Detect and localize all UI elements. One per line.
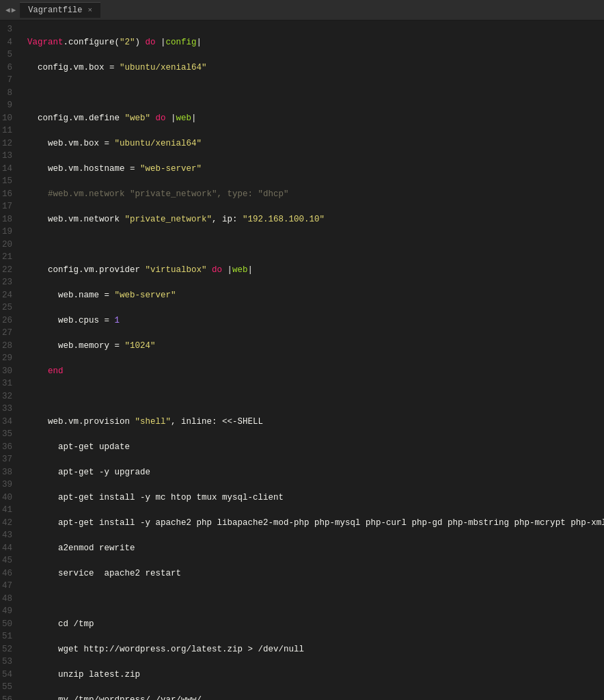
line-13: web.name = "web-server"	[27, 289, 604, 302]
line-11	[27, 239, 604, 252]
line-20: apt-get -y upgrade	[27, 466, 604, 479]
line-14: web.cpus = 1	[27, 314, 604, 327]
line-22: apt-get install -y apache2 php libapache…	[27, 517, 604, 530]
line-4: config.vm.box = "ubuntu/xenial64"	[27, 62, 604, 75]
line-27: wget http://wordpress.org/latest.zip > /…	[27, 643, 604, 656]
forward-arrow[interactable]: ▶	[12, 5, 16, 14]
line-17	[27, 390, 604, 403]
line-3: Vagrant.configure("2") do |config|	[27, 36, 604, 49]
line-18: web.vm.provision "shell", inline: <<-SHE…	[27, 416, 604, 429]
line-10: web.vm.network "private_network", ip: "1…	[27, 213, 604, 226]
line-12: config.vm.provider "virtualbox" do |web|	[27, 264, 604, 277]
line-23: a2enmod rewrite	[27, 542, 604, 555]
tab-close-button[interactable]: ×	[87, 6, 92, 14]
file-tab[interactable]: Vagrantfile ×	[20, 2, 100, 18]
line-7: web.vm.box = "ubuntu/xenial64"	[27, 137, 604, 150]
navigation-arrows[interactable]: ◀ ▶	[5, 5, 16, 14]
line-29: mv /tmp/wordpress/ /var/www/	[27, 694, 604, 701]
line-19: apt-get update	[27, 441, 604, 454]
line-6: config.vm.define "web" do |web|	[27, 112, 604, 125]
line-25	[27, 593, 604, 606]
back-arrow[interactable]: ◀	[5, 5, 10, 14]
code-content[interactable]: Vagrant.configure("2") do |config| confi…	[22, 21, 604, 700]
line-26: cd /tmp	[27, 618, 604, 631]
line-21: apt-get install -y mc htop tmux mysql-cl…	[27, 492, 604, 504]
line-8: web.vm.hostname = "web-server"	[27, 163, 604, 176]
titlebar: ◀ ▶ Vagrantfile ×	[0, 0, 604, 21]
line-5	[27, 87, 604, 100]
line-28: unzip latest.zip	[27, 669, 604, 682]
tab-filename: Vagrantfile	[28, 5, 82, 15]
line-numbers: 34567 89101112 1314151617 1819202122 232…	[0, 21, 22, 700]
line-9: #web.vm.network "private_network", type:…	[27, 188, 604, 201]
line-16: end	[27, 365, 604, 378]
editor: 34567 89101112 1314151617 1819202122 232…	[0, 21, 604, 700]
line-15: web.memory = "1024"	[27, 340, 604, 353]
line-24: service apache2 restart	[27, 567, 604, 580]
